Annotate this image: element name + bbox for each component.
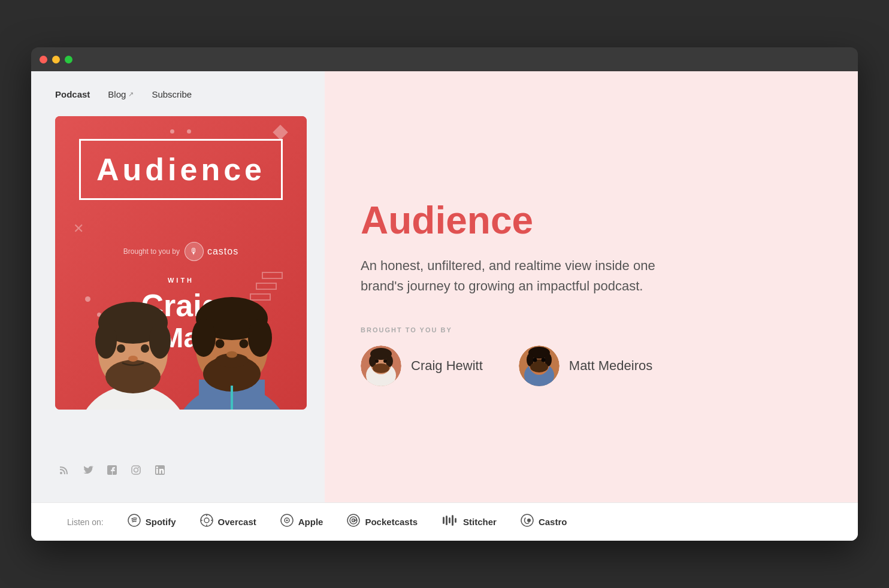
svg-point-15 <box>192 319 216 357</box>
nav-podcast[interactable]: Podcast <box>55 89 90 99</box>
podcast-title: Audience <box>361 199 822 241</box>
podcast-description: An honest, unfiltered, and realtime view… <box>361 256 672 296</box>
platform-name-castro: Castro <box>539 517 567 527</box>
platform-apple[interactable]: Apple <box>280 514 323 530</box>
host-name-matt: Matt Medeiros <box>569 358 652 374</box>
platform-name-apple: Apple <box>298 517 323 527</box>
listen-bar: Listen on: Spotify <box>31 502 858 541</box>
listen-on-label: Listen on: <box>67 517 104 527</box>
platform-overcast[interactable]: Overcast <box>200 514 256 530</box>
nav-subscribe[interactable]: Subscribe <box>152 89 192 99</box>
svg-rect-64 <box>449 517 450 523</box>
nav: Podcast Blog ↗ Subscribe <box>55 89 301 99</box>
svg-point-4 <box>95 323 117 359</box>
right-panel: Audience An honest, unfiltered, and real… <box>325 71 858 502</box>
deco-dot-2 <box>187 129 191 134</box>
svg-point-36 <box>373 363 389 373</box>
svg-rect-28 <box>156 469 158 474</box>
svg-point-16 <box>248 319 272 357</box>
person-right-svg <box>169 254 295 410</box>
artwork-inner: ✕ Audience <box>55 116 307 410</box>
external-link-icon: ↗ <box>128 90 134 98</box>
platform-name-overcast: Overcast <box>218 517 256 527</box>
svg-point-49 <box>128 514 140 526</box>
podcast-artwork: ✕ Audience <box>55 116 307 410</box>
rss-icon[interactable] <box>59 465 69 478</box>
deco-x: ✕ <box>73 221 84 237</box>
svg-point-9 <box>128 356 138 362</box>
host-item-craig: Craig Hewitt <box>361 345 483 386</box>
svg-point-37 <box>375 359 379 363</box>
browser-window: Podcast Blog ↗ Subscribe <box>31 47 858 541</box>
svg-rect-65 <box>452 515 453 526</box>
avatar-matt <box>519 345 560 386</box>
apple-podcasts-icon <box>280 514 294 530</box>
deco-dot-1 <box>170 129 174 134</box>
spotify-icon <box>128 514 141 530</box>
facebook-icon[interactable] <box>107 465 117 478</box>
svg-point-51 <box>204 518 209 523</box>
svg-rect-66 <box>455 518 456 523</box>
svg-point-23 <box>60 472 62 474</box>
host-item-matt: Matt Medeiros <box>519 345 652 386</box>
minimize-button[interactable] <box>52 56 60 63</box>
svg-rect-62 <box>443 517 444 524</box>
platform-stitcher[interactable]: Stitcher <box>442 514 497 530</box>
twitter-icon[interactable] <box>83 465 93 478</box>
maximize-button[interactable] <box>65 56 72 63</box>
pocketcasts-icon <box>347 514 360 530</box>
platform-castro[interactable]: Castro <box>521 514 567 530</box>
host-name-craig: Craig Hewitt <box>411 358 483 374</box>
svg-rect-24 <box>132 466 140 474</box>
svg-point-38 <box>383 359 387 363</box>
svg-point-26 <box>138 467 139 468</box>
linkedin-icon[interactable] <box>155 465 165 478</box>
svg-point-25 <box>134 468 138 472</box>
svg-point-8 <box>141 344 149 353</box>
svg-point-20 <box>240 340 249 348</box>
svg-point-47 <box>533 358 537 362</box>
castro-icon <box>521 514 534 530</box>
platform-name-spotify: Spotify <box>146 517 176 527</box>
avatar-craig <box>361 345 401 386</box>
deco-diamond <box>273 125 288 140</box>
svg-point-48 <box>541 358 545 362</box>
platform-pocketcasts[interactable]: Pocketcasts <box>347 514 418 530</box>
browser-content: Podcast Blog ↗ Subscribe <box>31 71 858 541</box>
hosts-row: Craig Hewitt <box>361 345 822 386</box>
svg-point-68 <box>527 519 531 522</box>
stitcher-icon <box>442 514 458 530</box>
svg-point-5 <box>149 323 171 359</box>
svg-point-58 <box>286 520 288 522</box>
svg-point-21 <box>226 351 237 358</box>
artwork-title-text: Audience <box>96 151 265 187</box>
titlebar <box>31 47 858 71</box>
close-button[interactable] <box>40 56 47 63</box>
platform-name-stitcher: Stitcher <box>463 517 497 527</box>
svg-point-7 <box>117 344 125 353</box>
instagram-icon[interactable] <box>131 465 141 478</box>
avatar-craig-svg <box>361 345 401 386</box>
avatar-matt-svg <box>519 345 560 386</box>
platform-spotify[interactable]: Spotify <box>128 514 176 530</box>
social-icons-row <box>55 453 301 484</box>
artwork-title-box: Audience <box>79 139 283 200</box>
svg-rect-63 <box>446 516 447 525</box>
svg-point-29 <box>156 466 158 468</box>
main-area: Podcast Blog ↗ Subscribe <box>31 71 858 502</box>
brought-to-you-label: BROUGHT TO YOU BY <box>361 326 822 334</box>
left-panel: Podcast Blog ↗ Subscribe <box>31 71 325 502</box>
platform-name-pocketcasts: Pocketcasts <box>365 517 418 527</box>
svg-point-19 <box>216 340 225 348</box>
overcast-icon <box>200 514 213 530</box>
nav-blog[interactable]: Blog ↗ <box>108 89 134 99</box>
